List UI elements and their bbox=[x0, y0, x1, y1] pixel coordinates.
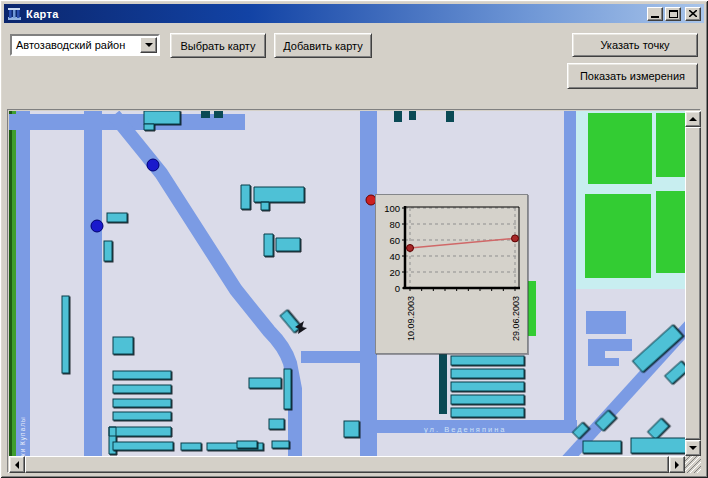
title-bar[interactable]: Карта bbox=[4, 4, 704, 23]
close-icon bbox=[689, 10, 697, 17]
arrow-up-icon bbox=[689, 117, 697, 121]
chart-data-point bbox=[512, 235, 519, 242]
scroll-right-button[interactable] bbox=[669, 456, 685, 473]
minimize-icon bbox=[651, 11, 659, 18]
horizontal-scrollbar[interactable] bbox=[9, 456, 685, 473]
chart-ytick-label: 80 bbox=[389, 219, 400, 230]
scroll-up-button[interactable] bbox=[685, 111, 701, 127]
chart-ytick-label: 60 bbox=[389, 235, 400, 246]
chart-ytick-label: 40 bbox=[389, 251, 400, 262]
street-label-horizontal: ул. Веденяпина bbox=[424, 425, 506, 434]
street-label-vertical: ул. Янки Купалы bbox=[19, 416, 27, 456]
district-select-dropdown-button[interactable] bbox=[140, 37, 157, 53]
chart-xtick-label: 29.06.2003 bbox=[511, 296, 521, 341]
minimize-button[interactable] bbox=[647, 7, 663, 21]
choose-map-button[interactable]: Выбрать карту bbox=[170, 33, 266, 58]
horizontal-scrollbar-thumb[interactable] bbox=[25, 456, 669, 473]
scroll-left-button[interactable] bbox=[9, 456, 25, 473]
arrow-right-icon bbox=[675, 461, 679, 469]
maximize-icon bbox=[669, 10, 678, 18]
point-button[interactable]: Указать точку bbox=[572, 33, 698, 57]
resize-grip[interactable] bbox=[685, 456, 701, 473]
toolbar: Автозаводский район Выбрать карту Добави… bbox=[4, 23, 704, 109]
scroll-down-button[interactable] bbox=[685, 440, 701, 456]
chart-ytick-label: 0 bbox=[395, 283, 400, 294]
tree-strip bbox=[9, 111, 12, 456]
vertical-scrollbar-thumb[interactable] bbox=[685, 127, 701, 440]
maximize-button[interactable] bbox=[665, 7, 681, 21]
vertical-scrollbar[interactable] bbox=[685, 111, 701, 456]
chart-xtick-label: 10.09.2003 bbox=[406, 296, 416, 341]
map-canvas[interactable]: ул. Веденяпина ул. Янки Купалы 020406080… bbox=[9, 111, 685, 456]
measurement-chart-svg: 02040608010010.09.200329.06.2003 bbox=[376, 195, 527, 353]
chart-ytick-label: 20 bbox=[389, 267, 400, 278]
district-select-value: Автозаводский район bbox=[12, 39, 140, 51]
close-button[interactable] bbox=[685, 7, 701, 21]
app-icon bbox=[7, 6, 23, 22]
app-window: Карта Автозаводский район Выбрать карту … bbox=[0, 0, 708, 478]
chart-ytick-label: 100 bbox=[384, 203, 400, 214]
chart-data-point bbox=[407, 245, 414, 252]
add-map-button[interactable]: Добавить карту bbox=[274, 33, 372, 58]
measurement-point-blue[interactable] bbox=[147, 159, 159, 171]
map-region: ул. Веденяпина ул. Янки Купалы 020406080… bbox=[7, 109, 701, 473]
chevron-down-icon bbox=[145, 43, 153, 47]
tree-strip bbox=[12, 111, 16, 456]
map-svg: ул. Веденяпина ул. Янки Купалы bbox=[9, 111, 685, 456]
arrow-down-icon bbox=[689, 446, 697, 450]
arrow-left-icon bbox=[15, 461, 19, 469]
district-select[interactable]: Автозаводский район bbox=[10, 34, 160, 56]
window-title: Карта bbox=[26, 8, 59, 20]
show-measurements-button[interactable]: Показать измерения bbox=[567, 63, 698, 89]
measurement-chart-panel: 02040608010010.09.200329.06.2003 bbox=[375, 194, 528, 354]
measurement-point-blue[interactable] bbox=[91, 220, 103, 232]
